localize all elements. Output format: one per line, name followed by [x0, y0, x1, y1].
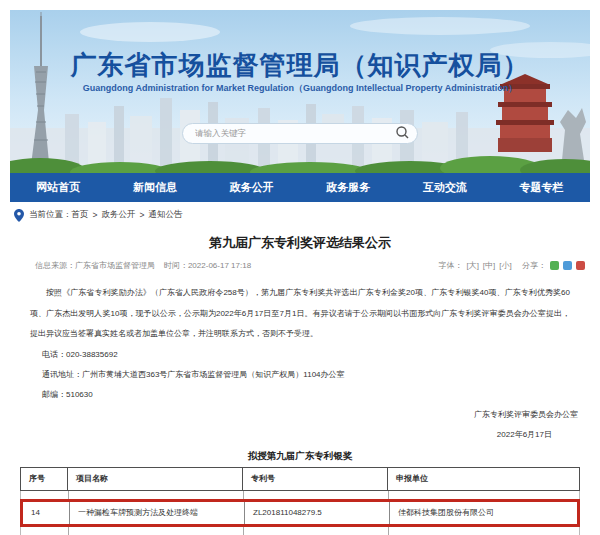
- font-size-label: 字体：: [438, 260, 462, 271]
- qzone-share-icon[interactable]: [563, 261, 572, 270]
- signature-office: 广东专利奖评审委员会办公室: [0, 405, 600, 425]
- header-banner: 广东省市场监督管理局（知识产权局） Guangdong Administrati…: [10, 10, 590, 173]
- font-size-small[interactable]: [小]: [499, 260, 511, 271]
- table-header-row: 序号 项目名称 专利号 申报单位: [20, 467, 580, 491]
- col-header-applicant: 申报单位: [388, 468, 579, 490]
- breadcrumb: 当前位置： 首页 > 政务公开 > 通知公告: [14, 207, 182, 223]
- contact-phone: 电话：020-38835692: [30, 345, 570, 365]
- breadcrumb-gov-open[interactable]: 政务公开: [101, 209, 135, 221]
- share-label: 分享：: [522, 260, 546, 271]
- search-input[interactable]: [182, 123, 418, 144]
- main-nav: 网站首页 新闻信息 政务公开 政务服务 互动交流 专题专栏: [10, 173, 590, 202]
- highlight-box: 14 一种漏检车牌预测方法及处理终端 ZL201811048279.5 佳都科技…: [20, 499, 580, 527]
- nav-item-topics[interactable]: 专题专栏: [520, 180, 564, 195]
- article-meta: 信息来源：广东省市场监督管理局 时间：2022-06-17 17:18 字体： …: [0, 260, 600, 271]
- nav-item-gov-services[interactable]: 政务服务: [326, 180, 370, 195]
- nav-item-interaction[interactable]: 互动交流: [423, 180, 467, 195]
- article-body: 按照《广东省专利奖励办法》（广东省人民政府令258号），第九届广东专利奖共评选出…: [30, 283, 570, 345]
- nav-item-gov-open[interactable]: 政务公开: [230, 180, 274, 195]
- table-cut-stub: [20, 527, 580, 535]
- weibo-share-icon[interactable]: [576, 261, 585, 270]
- search-icon[interactable]: [395, 125, 410, 140]
- font-size-medium[interactable]: [中]: [483, 260, 495, 271]
- publish-time: 时间：2022-06-17 17:18: [164, 261, 251, 270]
- breadcrumb-separator: >: [139, 210, 144, 220]
- breadcrumb-separator: >: [93, 210, 98, 220]
- breadcrumb-label: 当前位置：: [29, 209, 72, 221]
- col-header-patent-no: 专利号: [243, 468, 388, 490]
- cell-patent-no: ZL201811048279.5: [245, 502, 390, 524]
- breadcrumb-home[interactable]: 首页: [72, 209, 89, 221]
- article-title: 第九届广东专利奖评选结果公示: [0, 234, 600, 252]
- contact-address: 通讯地址：广州市黄埔大道西363号广东省市场监督管理局（知识产权局）1104办公…: [30, 365, 570, 385]
- col-header-project: 项目名称: [68, 468, 243, 490]
- font-size-large[interactable]: [大]: [466, 260, 478, 271]
- table-caption: 拟授第九届广东专利银奖: [0, 448, 600, 464]
- breadcrumb-notices[interactable]: 通知公告: [148, 209, 182, 221]
- cell-index: 14: [23, 502, 70, 524]
- cell-project: 一种漏检车牌预测方法及处理终端: [70, 502, 245, 524]
- award-table: 序号 项目名称 专利号 申报单位 14 一种漏检车牌预测方法及处理终端 ZL20…: [20, 467, 580, 535]
- info-source: 信息来源：广东省市场监督管理局: [35, 261, 155, 270]
- page: 广东省市场监督管理局（知识产权局） Guangdong Administrati…: [0, 0, 600, 535]
- site-subtitle: Guangdong Administration for Market Regu…: [10, 82, 590, 95]
- contact-postcode: 邮编：510630: [30, 385, 570, 405]
- col-header-index: 序号: [21, 468, 68, 490]
- site-title: 广东省市场监督管理局（知识产权局）: [10, 48, 590, 83]
- wechat-share-icon[interactable]: [550, 261, 559, 270]
- nav-item-home[interactable]: 网站首页: [36, 180, 80, 195]
- location-pin-icon: [14, 209, 24, 222]
- cell-applicant: 佳都科技集团股份有限公司: [390, 502, 577, 524]
- nav-item-news[interactable]: 新闻信息: [133, 180, 177, 195]
- signature-date: 2022年6月17日: [0, 425, 600, 445]
- table-row: 14 一种漏检车牌预测方法及处理终端 ZL201811048279.5 佳都科技…: [23, 502, 577, 524]
- article: 第九届广东专利奖评选结果公示 信息来源：广东省市场监督管理局 时间：2022-0…: [0, 228, 600, 535]
- table-cut-gap: [20, 491, 580, 499]
